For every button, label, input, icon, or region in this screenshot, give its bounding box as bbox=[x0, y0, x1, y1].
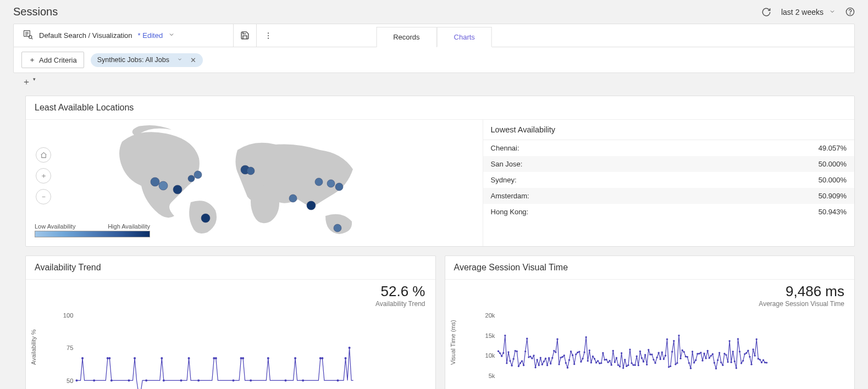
page-title: Sessions bbox=[13, 5, 58, 18]
map-location-dot[interactable] bbox=[159, 181, 168, 190]
svg-point-143 bbox=[637, 364, 639, 366]
availability-row[interactable]: Sydney:50.000% bbox=[483, 172, 854, 188]
svg-point-206 bbox=[744, 353, 745, 355]
world-map[interactable]: ＋ － bbox=[26, 120, 483, 246]
svg-point-84 bbox=[538, 364, 539, 366]
svg-point-44 bbox=[321, 357, 323, 359]
svg-point-200 bbox=[733, 360, 735, 362]
svg-point-102 bbox=[568, 359, 570, 361]
svg-point-77 bbox=[526, 338, 528, 340]
svg-point-1 bbox=[850, 14, 850, 14]
tab-charts[interactable]: Charts bbox=[437, 27, 492, 47]
map-location-dot[interactable] bbox=[151, 177, 159, 186]
map-location-dot[interactable] bbox=[201, 214, 210, 223]
trend-chart[interactable]: 10075509/12/189/14/189/16/189/18/189/20/… bbox=[60, 308, 429, 389]
svg-point-98 bbox=[561, 356, 563, 358]
svg-point-150 bbox=[649, 354, 651, 355]
refresh-icon[interactable] bbox=[761, 7, 771, 17]
svg-point-32 bbox=[197, 379, 200, 381]
map-zoom-out-button[interactable]: － bbox=[36, 189, 51, 204]
svg-point-109 bbox=[580, 361, 582, 363]
remove-chip-icon[interactable]: ✕ bbox=[190, 56, 196, 64]
view-tabs: Records Charts bbox=[376, 27, 492, 47]
svg-point-142 bbox=[635, 355, 637, 357]
svg-point-69 bbox=[512, 358, 514, 360]
svg-point-97 bbox=[560, 357, 561, 358]
svg-point-96 bbox=[558, 363, 560, 365]
svg-point-108 bbox=[578, 351, 580, 352]
svg-point-74 bbox=[521, 360, 522, 362]
tab-records[interactable]: Records bbox=[376, 27, 436, 47]
svg-point-193 bbox=[722, 364, 723, 366]
search-visualization-label: Default Search / Visualization bbox=[39, 31, 132, 40]
location-value: 50.943% bbox=[819, 208, 847, 216]
help-icon[interactable] bbox=[845, 7, 855, 16]
add-panel-caret[interactable]: ▾ bbox=[33, 76, 36, 88]
map-location-dot[interactable] bbox=[247, 167, 255, 175]
svg-point-39 bbox=[267, 357, 269, 359]
availability-row[interactable]: San Jose:50.000% bbox=[483, 156, 854, 172]
location-value: 50.000% bbox=[819, 176, 847, 184]
svg-point-6 bbox=[268, 37, 269, 38]
svg-point-105 bbox=[573, 363, 575, 365]
map-location-dot[interactable] bbox=[334, 224, 341, 232]
svg-point-129 bbox=[613, 361, 615, 363]
save-button[interactable] bbox=[234, 24, 257, 47]
search-visualization-icon bbox=[23, 29, 34, 42]
svg-point-5 bbox=[268, 35, 269, 36]
map-location-dot[interactable] bbox=[188, 175, 195, 182]
svg-point-182 bbox=[703, 353, 705, 354]
svg-point-34 bbox=[215, 357, 217, 359]
chevron-down-icon bbox=[168, 31, 175, 40]
svg-point-87 bbox=[543, 360, 544, 362]
session-chart[interactable]: 20k15k10k5k0k9/12/189/14/189/16/189/18/1… bbox=[479, 308, 848, 389]
map-location-dot[interactable] bbox=[289, 194, 297, 202]
svg-point-153 bbox=[654, 362, 656, 364]
map-location-dot[interactable] bbox=[173, 185, 182, 194]
svg-point-204 bbox=[740, 362, 742, 364]
svg-point-172 bbox=[686, 356, 688, 358]
criteria-chip[interactable]: Synthetic Jobs: All Jobs ✕ bbox=[91, 53, 203, 67]
svg-point-114 bbox=[588, 349, 590, 351]
dashboard-panels: Least Available Locations ＋ － bbox=[0, 88, 868, 389]
svg-point-88 bbox=[544, 358, 546, 359]
svg-point-45 bbox=[336, 379, 339, 381]
svg-point-17 bbox=[75, 379, 78, 381]
map-location-dot[interactable] bbox=[307, 201, 316, 210]
add-criteria-button[interactable]: ＋ Add Criteria bbox=[21, 52, 84, 68]
svg-point-169 bbox=[681, 349, 683, 351]
svg-point-216 bbox=[760, 362, 762, 363]
svg-point-124 bbox=[605, 359, 607, 360]
map-location-dot[interactable] bbox=[327, 180, 335, 187]
add-panel-button[interactable]: ＋ bbox=[22, 76, 31, 88]
svg-point-41 bbox=[294, 357, 296, 359]
availability-row[interactable]: Amsterdam:50.909% bbox=[483, 188, 854, 204]
availability-row[interactable]: Chennai:49.057% bbox=[483, 140, 854, 156]
time-range-selector[interactable]: last 2 weeks bbox=[781, 8, 836, 16]
svg-point-183 bbox=[705, 357, 706, 359]
svg-point-86 bbox=[541, 364, 543, 365]
svg-point-157 bbox=[661, 351, 662, 353]
svg-point-100 bbox=[565, 362, 566, 364]
map-location-dot[interactable] bbox=[315, 178, 323, 186]
svg-point-138 bbox=[629, 348, 631, 350]
svg-point-118 bbox=[595, 362, 596, 363]
svg-point-38 bbox=[250, 379, 252, 381]
svg-text:75: 75 bbox=[67, 344, 73, 351]
map-home-button[interactable] bbox=[36, 147, 51, 163]
svg-point-211 bbox=[752, 348, 754, 350]
more-menu-button[interactable] bbox=[257, 24, 280, 47]
svg-point-176 bbox=[693, 362, 695, 363]
map-location-dot[interactable] bbox=[335, 183, 343, 191]
map-zoom-in-button[interactable]: ＋ bbox=[36, 168, 51, 184]
availability-row[interactable]: Hong Kong:50.943% bbox=[483, 204, 854, 220]
svg-point-205 bbox=[742, 360, 744, 362]
svg-point-179 bbox=[698, 353, 700, 354]
svg-point-90 bbox=[548, 357, 550, 359]
session-y-axis-label: Visual Time (ms) bbox=[450, 320, 456, 365]
location-name: San Jose: bbox=[491, 160, 523, 168]
map-location-dot[interactable] bbox=[194, 171, 202, 179]
search-visualization-selector[interactable]: Default Search / Visualization * Edited bbox=[14, 24, 234, 47]
svg-point-61 bbox=[499, 352, 500, 354]
svg-point-140 bbox=[632, 364, 634, 366]
